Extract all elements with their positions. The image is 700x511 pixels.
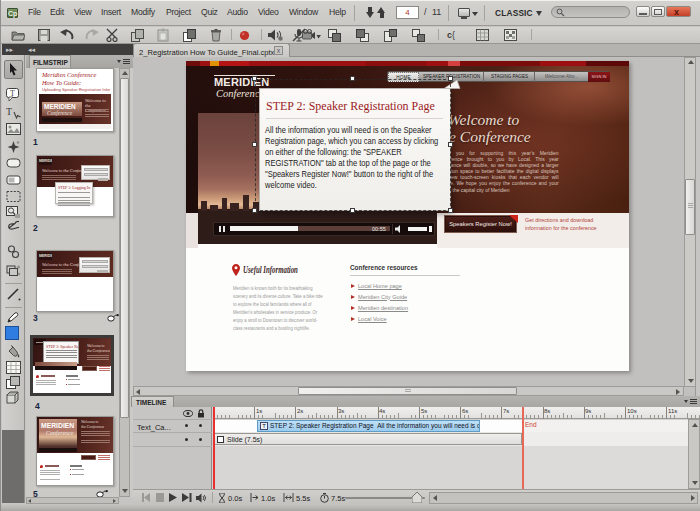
svg-text:T: T [6,106,12,117]
svg-text:T: T [10,89,15,98]
